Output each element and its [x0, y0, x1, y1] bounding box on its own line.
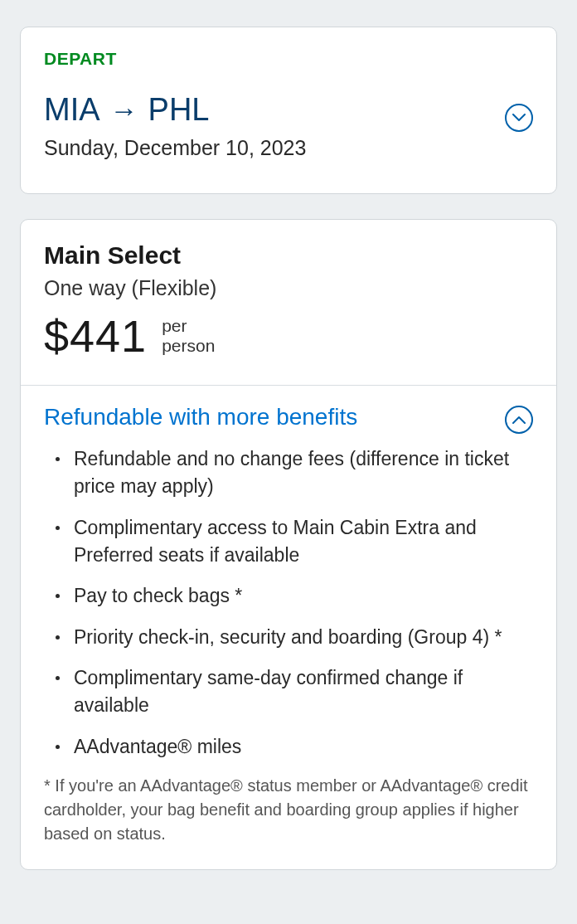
chevron-up-icon — [512, 416, 526, 424]
list-item: AAdvantage® miles — [52, 733, 533, 761]
benefits-footnote: * If you're an AAdvantage® status member… — [44, 774, 533, 846]
benefits-section: Refundable with more benefits Refundable… — [21, 386, 556, 869]
list-item: Complimentary access to Main Cabin Extra… — [52, 514, 533, 570]
route: MIA → PHL — [44, 92, 533, 128]
price-row: $441 per person — [44, 310, 533, 362]
list-item: Complimentary same-day confirmed change … — [52, 664, 533, 720]
fare-card: Main Select One way (Flexible) $441 per … — [20, 219, 557, 870]
depart-label: DEPART — [44, 49, 533, 69]
fare-name: Main Select — [44, 241, 533, 270]
benefits-list: Refundable and no change fees (differenc… — [44, 445, 533, 761]
origin-code: MIA — [44, 92, 100, 128]
destination-code: PHL — [148, 92, 210, 128]
list-item: Priority check-in, security and boarding… — [52, 624, 533, 651]
depart-date: Sunday, December 10, 2023 — [44, 136, 533, 160]
expand-depart-button[interactable] — [505, 104, 533, 132]
per-line-1: per — [162, 316, 215, 336]
list-item: Pay to check bags * — [52, 582, 533, 610]
fare-header: Main Select One way (Flexible) $441 per … — [21, 220, 556, 385]
price-amount: $441 — [44, 310, 147, 362]
collapse-benefits-button[interactable] — [505, 406, 533, 434]
chevron-down-icon — [512, 114, 526, 122]
list-item: Refundable and no change fees (differenc… — [52, 445, 533, 501]
fare-type: One way (Flexible) — [44, 276, 533, 300]
depart-card: DEPART MIA → PHL Sunday, December 10, 20… — [20, 27, 557, 194]
per-line-2: person — [162, 336, 215, 356]
price-unit: per person — [162, 316, 215, 356]
arrow-right-icon: → — [110, 96, 138, 124]
benefits-title: Refundable with more benefits — [44, 404, 533, 430]
